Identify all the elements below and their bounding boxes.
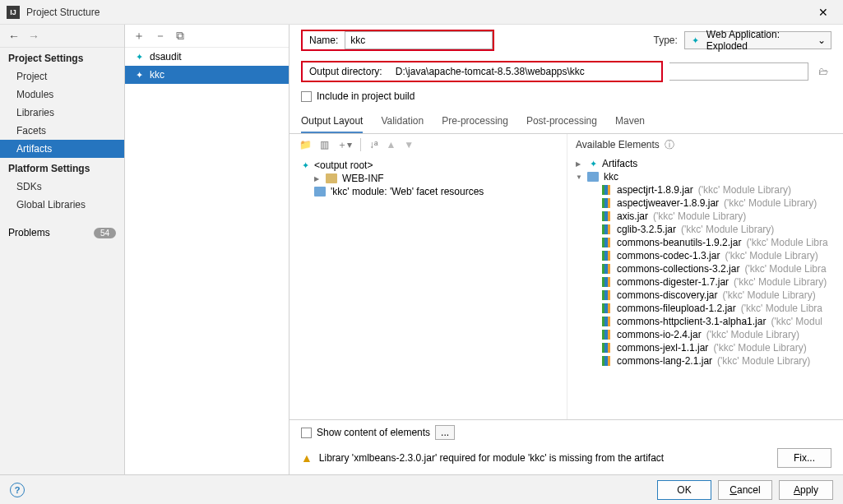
move-up-icon[interactable]: ▲ (386, 139, 396, 150)
available-elements-label: Available Elements (576, 139, 660, 150)
artifact-item-dsaudit[interactable]: ✦ dsaudit (125, 48, 289, 66)
library-item[interactable]: axis.jar('kkc' Module Library) (572, 210, 838, 223)
help-icon[interactable]: ⓘ (665, 138, 674, 152)
add-copy-icon[interactable]: ＋▾ (337, 138, 352, 152)
tab-preprocessing[interactable]: Pre-processing (442, 110, 508, 133)
library-item[interactable]: commons-codec-1.3.jar('kkc' Module Libra… (572, 249, 838, 262)
library-name: aspectjrt-1.8.9.jar (617, 184, 693, 196)
new-folder-icon[interactable]: 📁 (299, 139, 312, 150)
output-layout-toolbar: 📁 ▥ ＋▾ ↓ª ▲ ▼ (289, 134, 567, 155)
library-icon (602, 317, 610, 326)
library-meta: ('kkc' Module Library) (717, 355, 810, 367)
output-dir-input-extend[interactable] (669, 62, 808, 81)
new-archive-icon[interactable]: ▥ (320, 139, 329, 150)
collapse-icon[interactable]: ▼ (576, 173, 584, 181)
expand-icon[interactable]: ▶ (314, 175, 322, 183)
library-meta: ('kkc' Module Library) (681, 224, 774, 235)
nav-project[interactable]: Project (0, 67, 124, 86)
close-icon[interactable]: ✕ (810, 6, 836, 19)
library-meta: ('kkc' Modul (771, 316, 822, 327)
platform-settings-header: Platform Settings (0, 158, 124, 178)
nav-facets[interactable]: Facets (0, 122, 124, 140)
show-content-checkbox[interactable] (301, 428, 312, 438)
nav-modules[interactable]: Modules (0, 86, 124, 104)
include-build-checkbox[interactable] (301, 91, 312, 102)
webinf-node[interactable]: ▶ WEB-INF (299, 172, 557, 185)
library-meta: ('kkc' Module Library) (722, 289, 815, 301)
output-layout-body: 📁 ▥ ＋▾ ↓ª ▲ ▼ ✦ <output root> ▶ (289, 134, 843, 419)
ok-button[interactable]: OK (657, 480, 711, 500)
browse-folder-icon[interactable]: 🗁 (815, 66, 831, 77)
add-icon[interactable]: ＋ (133, 29, 145, 44)
library-item[interactable]: aspectjrt-1.8.9.jar('kkc' Module Library… (572, 183, 838, 197)
library-icon (602, 290, 610, 300)
library-item[interactable]: cglib-3.2.5.jar('kkc' Module Library) (572, 223, 838, 236)
library-name: commons-codec-1.3.jar (617, 250, 720, 261)
library-item[interactable]: commons-jexl-1.1.jar('kkc' Module Librar… (572, 341, 838, 354)
library-name: commons-collections-3.2.jar (617, 263, 739, 275)
module-tree-node[interactable]: ▼ kkc (572, 170, 838, 183)
type-value: Web Application: Exploded (706, 29, 813, 52)
sort-icon[interactable]: ↓ª (369, 139, 377, 150)
nav-problems[interactable]: Problems 54 (0, 224, 124, 242)
library-meta: ('kkc' Module Library) (698, 184, 791, 196)
artifact-item-kkc[interactable]: ✦ kkc (125, 66, 289, 84)
tab-maven[interactable]: Maven (615, 110, 645, 133)
apply-button[interactable]: Apply (779, 480, 833, 500)
artifacts-tree-node[interactable]: ▶ ✦ Artifacts (572, 157, 838, 170)
library-item[interactable]: commons-fileupload-1.2.jar('kkc' Module … (572, 302, 838, 315)
library-item[interactable]: aspectjweaver-1.8.9.jar('kkc' Module Lib… (572, 197, 838, 210)
library-icon (602, 198, 610, 208)
output-dir-input[interactable]: D:\java\apache-tomcat-8.5.38\webapps\kkc (389, 62, 661, 81)
module-node-label: kkc (604, 171, 618, 183)
help-button[interactable]: ? (10, 483, 25, 497)
output-root-node[interactable]: ✦ <output root> (299, 159, 557, 172)
warning-row: ▲ Library 'xmlbeans-2.3.0.jar' required … (289, 445, 843, 474)
fix-button[interactable]: Fix... (777, 448, 831, 468)
library-icon (602, 238, 610, 247)
chevron-down-icon: ⌄ (818, 35, 826, 46)
cancel-button[interactable]: Cancel (718, 480, 772, 500)
show-content-options-button[interactable]: ... (435, 425, 455, 440)
include-build-row[interactable]: Include in project build (289, 87, 843, 105)
back-icon[interactable]: ← (8, 30, 20, 43)
library-item[interactable]: commons-io-2.4.jar('kkc' Module Library) (572, 328, 838, 341)
output-dir-label: Output directory: (303, 64, 389, 79)
move-down-icon[interactable]: ▼ (404, 139, 414, 150)
forward-icon[interactable]: → (28, 30, 39, 43)
output-tree[interactable]: ✦ <output root> ▶ WEB-INF 'kkc' module: … (289, 155, 567, 419)
library-name: cglib-3.2.5.jar (617, 224, 676, 235)
output-root-label: <output root> (314, 160, 373, 171)
remove-icon[interactable]: － (155, 29, 166, 44)
type-select[interactable]: ✦ Web Application: Exploded ⌄ (684, 31, 831, 49)
artifact-tabs: Output Layout Validation Pre-processing … (289, 110, 843, 134)
library-meta: ('kkc' Module Library) (734, 276, 827, 288)
tab-validation[interactable]: Validation (381, 110, 424, 133)
output-layout-column: 📁 ▥ ＋▾ ↓ª ▲ ▼ ✦ <output root> ▶ (289, 134, 567, 419)
tab-postprocessing[interactable]: Post-processing (526, 110, 597, 133)
facet-folder-icon (314, 187, 326, 197)
nav-libraries[interactable]: Libraries (0, 104, 124, 122)
library-icon (602, 277, 610, 287)
available-tree[interactable]: ▶ ✦ Artifacts ▼ kkc aspectjrt-1.8.9.jar(… (567, 155, 843, 419)
copy-icon[interactable]: ⧉ (176, 29, 184, 43)
available-elements-header: Available Elements ⓘ (567, 134, 843, 155)
library-item[interactable]: commons-collections-3.2.jar('kkc' Module… (572, 262, 838, 275)
nav-artifacts[interactable]: Artifacts (0, 140, 124, 158)
library-name: commons-fileupload-1.2.jar (617, 303, 736, 314)
tab-output-layout[interactable]: Output Layout (301, 110, 363, 133)
library-item[interactable]: commons-discovery.jar('kkc' Module Libra… (572, 289, 838, 302)
nav-sdks[interactable]: SDKs (0, 178, 124, 196)
library-item[interactable]: commons-beanutils-1.9.2.jar('kkc' Module… (572, 236, 838, 249)
facet-resources-node[interactable]: 'kkc' module: 'Web' facet resources (299, 185, 557, 198)
library-item[interactable]: commons-httpclient-3.1-alpha1.jar('kkc' … (572, 315, 838, 328)
library-meta: ('kkc' Module Libra (746, 237, 827, 248)
warning-text: Library 'xmlbeans-2.3.0.jar' required fo… (319, 452, 664, 464)
library-item[interactable]: commons-digester-1.7.jar('kkc' Module Li… (572, 275, 838, 289)
nav-global-libraries[interactable]: Global Libraries (0, 196, 124, 214)
name-input[interactable]: kkc (345, 31, 493, 49)
library-item[interactable]: commons-lang-2.1.jar('kkc' Module Librar… (572, 354, 838, 368)
expand-icon[interactable]: ▶ (576, 160, 584, 168)
library-icon (602, 185, 610, 195)
left-nav-panel: ← → Project Settings Project Modules Lib… (0, 25, 125, 474)
